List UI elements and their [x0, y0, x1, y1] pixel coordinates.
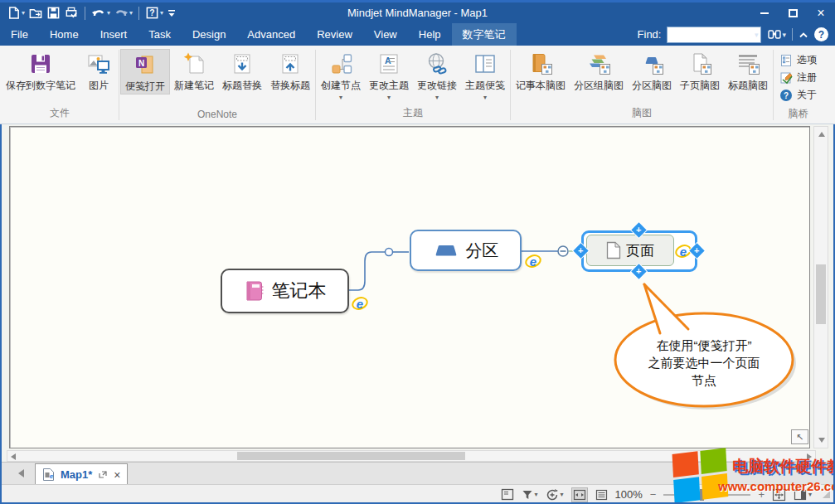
tab-digital-notes[interactable]: 数字笔记 [452, 23, 517, 46]
callout-text[interactable]: 在使用“便笺打开” 之前要选中一个页面 节点 [621, 337, 787, 389]
new-document-button[interactable]: ▾ [7, 6, 25, 20]
section-map-icon [639, 51, 664, 76]
zoom-out-button[interactable]: − [650, 488, 657, 501]
outline-view-button[interactable] [595, 489, 608, 501]
node-section[interactable]: 分区 [410, 230, 522, 271]
resize-grip[interactable] [823, 491, 830, 498]
minimize-button[interactable] [750, 2, 779, 23]
tab-close-icon[interactable]: × [114, 469, 120, 481]
ribbon-group-brainmap: 记事本脑图 分区组脑图 分区脑图 子页脑图 标题脑图 [512, 46, 772, 124]
horizontal-scrollbar[interactable] [7, 450, 816, 462]
tab-task[interactable]: Task [138, 23, 182, 46]
new-note-button[interactable]: 新建笔记 [170, 49, 218, 93]
panel-icon [794, 489, 807, 501]
show-notes-button[interactable] [501, 488, 514, 501]
balance-map-button[interactable] [571, 487, 588, 502]
tab-insert[interactable]: Insert [90, 23, 138, 46]
save-button[interactable] [46, 6, 61, 20]
zoom-in-button[interactable]: + [758, 488, 765, 501]
page-icon [606, 241, 621, 259]
node-notebook[interactable]: 笔记本 [221, 269, 349, 313]
change-topic-button[interactable]: A 更改主题 ▾ [365, 49, 413, 101]
new-note-icon [182, 51, 206, 76]
section-map-button[interactable]: 分区脑图 [628, 49, 676, 93]
hyperlink-ie-icon[interactable]: e [525, 253, 541, 269]
find-dropdown-caret-icon[interactable]: ▾ [752, 31, 761, 39]
create-node-button[interactable]: 创建节点 ▾ [317, 49, 365, 101]
tab-help[interactable]: Help [408, 23, 452, 46]
open-note-button[interactable]: N 便笺打开 [120, 49, 170, 94]
maximize-button[interactable] [779, 2, 807, 23]
horizontal-scroll-thumb[interactable] [237, 452, 465, 460]
vertical-scrollbar[interactable] [813, 126, 828, 448]
title-replace-button[interactable]: 标题替换 [218, 49, 266, 93]
help-button[interactable]: ? ▾ [145, 6, 163, 20]
close-button[interactable]: × [807, 2, 835, 23]
fit-corner-button[interactable]: ↖ [791, 429, 808, 444]
redo-button[interactable]: ▾ [114, 7, 133, 19]
notebook-icon [244, 280, 265, 302]
about-button[interactable]: ? 关于 [779, 88, 817, 102]
subpage-map-button[interactable]: 子页脑图 [676, 49, 724, 93]
section-group-map-button[interactable]: 分区组脑图 [570, 49, 628, 93]
button-label: 分区脑图 [632, 79, 672, 93]
find-label: Find: [638, 28, 662, 41]
notes-pane-icon [501, 488, 514, 501]
register-button[interactable]: 注册 [779, 70, 817, 85]
svg-text:e: e [50, 472, 54, 480]
zoom-slider-handle[interactable] [700, 489, 704, 501]
customize-qat-button[interactable] [167, 8, 177, 18]
tab-view[interactable]: View [363, 23, 408, 46]
help-circle-button[interactable]: ? [814, 27, 828, 41]
tab-advanced[interactable]: Advanced [236, 23, 306, 46]
scroll-down-icon[interactable] [818, 438, 825, 443]
find-options-button[interactable]: ▾ [767, 28, 786, 41]
dropdown-caret-icon: ▾ [483, 94, 487, 101]
picture-button[interactable]: 图片 [80, 49, 118, 93]
task-pane-toggle-button[interactable]: ▾ [794, 489, 812, 501]
tab-scroll-left-icon[interactable] [18, 469, 24, 477]
title-map-button[interactable]: 标题脑图 [724, 49, 772, 93]
open-button[interactable] [28, 6, 43, 20]
tab-file[interactable]: File [0, 23, 39, 46]
collapse-ribbon-button[interactable] [799, 32, 808, 38]
change-link-button[interactable]: 更改链接 ▾ [413, 49, 461, 101]
topic-note-button[interactable]: 主题便笺 ▾ [461, 49, 509, 101]
quick-zoom-button[interactable]: ▾ [546, 488, 564, 502]
notebook-map-button[interactable]: 记事本脑图 [512, 49, 570, 93]
svg-text:e: e [357, 297, 363, 311]
dropdown-caret-icon: ▾ [808, 491, 812, 498]
filter-button[interactable]: ▾ [522, 489, 538, 501]
print-check-button[interactable] [64, 6, 79, 20]
tab-home[interactable]: Home [39, 23, 90, 46]
hyperlink-ie-icon[interactable]: e [352, 295, 368, 312]
save-to-digital-notes-button[interactable]: 保存到数字笔记 [2, 49, 80, 93]
tab-review[interactable]: Review [306, 23, 363, 46]
svg-text:e: e [680, 245, 687, 259]
new-document-icon [7, 6, 21, 20]
vertical-scroll-thumb[interactable] [816, 264, 826, 324]
undo-button[interactable]: ▾ [91, 7, 110, 19]
plus-icon: + [694, 246, 699, 255]
scroll-right-icon[interactable] [807, 453, 812, 460]
float-window-icon[interactable] [98, 470, 108, 479]
map-canvas[interactable]: 笔记本 e 分区 e 页面 e + + + + 在使用“便笺打开” 之前要选中一… [9, 126, 810, 448]
document-tab-map1[interactable]: e Map1* × [35, 463, 128, 485]
group-label: 文件 [2, 105, 118, 124]
options-button[interactable]: 选项 [779, 53, 817, 67]
button-label: 标题替换 [222, 79, 262, 93]
zoom-slider[interactable] [663, 489, 750, 501]
node-page[interactable]: 页面 [586, 235, 674, 266]
tab-design[interactable]: Design [182, 23, 236, 46]
scroll-left-icon[interactable] [11, 453, 16, 460]
replace-title-button[interactable]: 替换标题 [266, 49, 314, 93]
connector-joint [386, 249, 393, 256]
zoom-level[interactable]: 100% [615, 488, 643, 501]
svg-text:e: e [530, 254, 536, 269]
fit-map-button[interactable] [772, 488, 786, 502]
button-label: 创建节点 [321, 79, 361, 93]
scroll-up-icon[interactable] [818, 132, 825, 137]
window-frame [0, 124, 2, 504]
find-input[interactable] [668, 28, 751, 41]
plus-icon: + [636, 225, 641, 235]
